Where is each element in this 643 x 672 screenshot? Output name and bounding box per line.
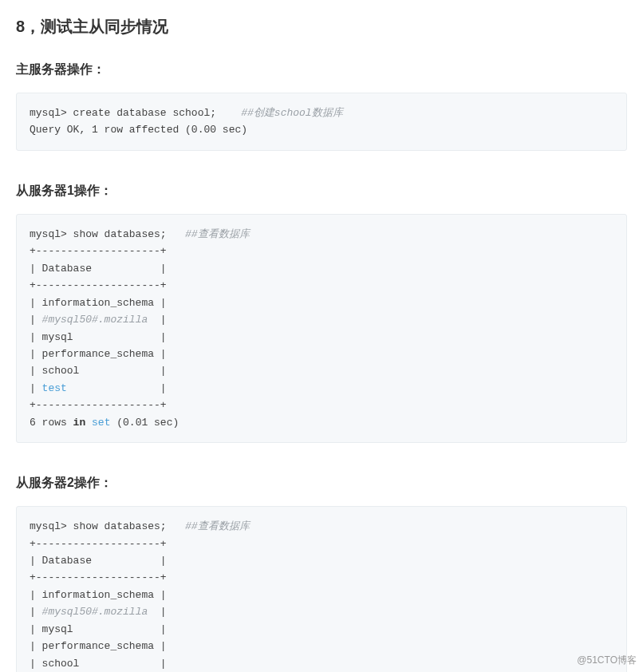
code-line: | mysql |: [30, 331, 167, 343]
code-line: | information_schema |: [30, 297, 167, 309]
code-line: | mysql |: [30, 623, 167, 635]
code-line: | information_schema |: [30, 589, 167, 601]
code-line: mysql> show databases;: [30, 520, 185, 532]
code-line: |: [148, 314, 166, 326]
code-line: |: [148, 606, 166, 618]
code-block-master: mysql> create database school; ##创建schoo…: [16, 93, 627, 151]
code-line: Query OK, 1 row affected (0.00 sec): [30, 124, 247, 136]
code-line: #mysql50#.mozilla: [42, 606, 148, 618]
code-comment: ##查看数据库: [185, 228, 250, 240]
subheading-master: 主服务器操作：: [16, 61, 627, 78]
code-line: |: [67, 382, 167, 394]
code-line: 6 rows: [30, 417, 73, 429]
code-line: | Database |: [30, 555, 167, 567]
code-line: mysql> show databases;: [30, 228, 185, 240]
code-line: | school |: [30, 365, 167, 377]
code-line: |: [30, 314, 42, 326]
code-comment: ##创建school数据库: [241, 107, 342, 119]
code-line: |: [30, 606, 42, 618]
code-keyword: in: [73, 417, 86, 429]
code-line: #mysql50#.mozilla: [42, 314, 148, 326]
code-line: +--------------------+: [30, 538, 167, 550]
code-line: |: [30, 382, 42, 394]
section-title: 8，测试主从同步情况: [16, 16, 627, 38]
code-keyword: set: [92, 417, 110, 429]
code-line: +--------------------+: [30, 399, 167, 411]
code-comment: ##查看数据库: [185, 520, 250, 532]
code-line: | school |: [30, 658, 167, 670]
code-line: | Database |: [30, 263, 167, 275]
watermark: @51CTO博客: [577, 654, 637, 667]
code-line: mysql> create database school;: [30, 107, 241, 119]
code-block-slave2: mysql> show databases; ##查看数据库 +--------…: [16, 506, 627, 672]
code-line: | performance_schema |: [30, 640, 167, 652]
subheading-slave2: 从服务器2操作：: [16, 475, 627, 492]
subheading-slave1: 从服务器1操作：: [16, 183, 627, 200]
code-line: +--------------------+: [30, 279, 167, 291]
code-block-slave1: mysql> show databases; ##查看数据库 +--------…: [16, 214, 627, 443]
code-line: +--------------------+: [30, 571, 167, 583]
code-line: test: [42, 382, 67, 394]
code-line: | performance_schema |: [30, 348, 167, 360]
code-line: +--------------------+: [30, 245, 167, 257]
code-line: (0.01 sec): [110, 417, 179, 429]
code-line: [85, 417, 92, 429]
